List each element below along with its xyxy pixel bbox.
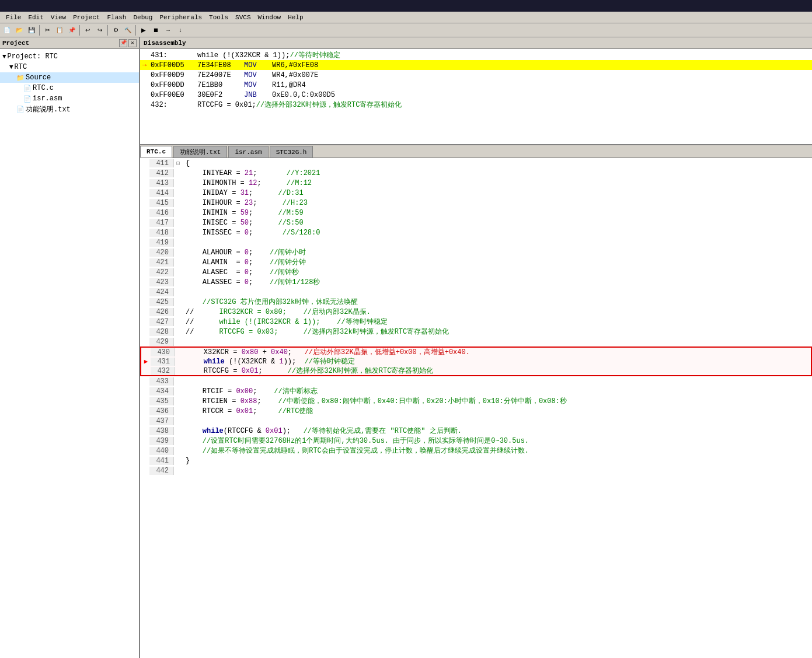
sep4 xyxy=(135,25,136,36)
debug-btn[interactable]: ▶ xyxy=(138,24,149,36)
fold-indicator[interactable]: ⊟ xyxy=(174,160,182,167)
tree-label: 功能说明.txt xyxy=(26,104,71,114)
disasm-line-4: 0xFF00E0 30E0F2 JNB 0xE0.0,C:0x00D5 xyxy=(140,90,812,100)
code-line-15: 426// IRC32KCR = 0x80; //启动内部32K晶振. xyxy=(140,307,812,317)
code-content: INIMONTH = 12; //M:12 xyxy=(182,179,812,187)
tree-label: Source xyxy=(26,74,51,82)
code-content: INIYEAR = 21; //Y:2021 xyxy=(182,169,812,177)
line-number: 437 xyxy=(149,417,174,425)
code-line-29: 440 //如果不等待设置完成就睡眠，则RTC会由于设置没完成，停止计数，唤醒后… xyxy=(140,446,812,456)
code-content: while (!(X32KCR & 1)); //等待时钟稳定 xyxy=(183,356,811,366)
code-content: } xyxy=(182,457,812,465)
panel-close-btn[interactable]: ✕ xyxy=(128,39,137,47)
main-layout: Project 📌 ✕ ▼ Project: RTC▼ RTC📁 Source📄… xyxy=(0,37,812,658)
tree-item-3[interactable]: 📄 RTC.c xyxy=(0,83,139,93)
line-number: 440 xyxy=(149,447,174,455)
code-line-6: 417 INISEC = 50; //S:50 xyxy=(140,218,812,228)
project-tree: ▼ Project: RTC▼ RTC📁 Source📄 RTC.c📄 isr.… xyxy=(0,49,139,658)
line-number: 430 xyxy=(151,348,175,356)
line-number: 429 xyxy=(149,338,174,346)
tree-item-5[interactable]: 📄 功能说明.txt xyxy=(0,104,139,114)
open-btn[interactable]: 📂 xyxy=(13,24,25,36)
code-line-27: 438 while(RTCCFG & 0x01); //等待初始化完成,需要在 … xyxy=(140,426,812,436)
disasm-line-0: 431: while (!(X32KCR & 1)); //等待时钟稳定 xyxy=(140,50,812,60)
folder-icon: 📁 xyxy=(16,74,25,82)
code-content: //设置RTC时间需要32768Hz的1个周期时间,大约30.5us. 由于同步… xyxy=(182,436,812,446)
code-content: { xyxy=(182,159,812,167)
menu-item-svcs[interactable]: SVCS xyxy=(232,13,254,22)
line-number: 412 xyxy=(149,169,174,177)
tab-bar: RTC.c功能说明.txtisr.asmSTC32G.h xyxy=(140,145,812,158)
line-number: 416 xyxy=(149,209,174,217)
code-content: RTCIEN = 0x88; //中断使能，0x80:闹钟中断，0x40:日中断… xyxy=(182,396,812,406)
tree-item-1[interactable]: ▼ RTC xyxy=(0,62,139,72)
code-line-30: 441} xyxy=(140,456,812,466)
editor-area: RTC.c功能说明.txtisr.asmSTC32G.h 411⊟{412 IN… xyxy=(140,145,812,658)
line-number: 438 xyxy=(149,427,174,435)
menu-item-debug[interactable]: Debug xyxy=(130,13,156,22)
code-content: while(RTCCFG & 0x01); //等待初始化完成,需要在 "RTC… xyxy=(182,426,812,436)
line-number: 411 xyxy=(149,159,174,167)
tab-RTC-c[interactable]: RTC.c xyxy=(140,146,172,158)
stop-btn[interactable]: ⏹ xyxy=(150,24,162,36)
tab-isr-asm[interactable]: isr.asm xyxy=(228,146,268,158)
code-content: // RTCCFG = 0x03; //选择内部32k时钟源，触发RTC寄存器初… xyxy=(182,327,812,337)
code-line-17: 428// RTCCFG = 0x03; //选择内部32k时钟源，触发RTC寄… xyxy=(140,327,812,337)
cut-btn[interactable]: ✂ xyxy=(41,24,53,36)
tree-label: isr.asm xyxy=(33,94,62,103)
disasm-line-5: 432: RTCCFG = 0x01; //选择外部32K时钟源，触发RTC寄存… xyxy=(140,100,812,110)
tab------txt[interactable]: 功能说明.txt xyxy=(173,146,227,158)
tree-item-2[interactable]: 📁 Source xyxy=(0,72,139,83)
editor-content[interactable]: 411⊟{412 INIYEAR = 21; //Y:2021413 INIMO… xyxy=(140,158,812,658)
code-content: RTCIF = 0x00; //清中断标志 xyxy=(182,386,812,396)
code-line-10: 421 ALAMIN = 0; //闹钟分钟 xyxy=(140,257,812,267)
menu-item-project[interactable]: Project xyxy=(69,13,103,22)
line-number: 435 xyxy=(149,397,174,405)
panel-pin-btn[interactable]: 📌 xyxy=(119,39,127,47)
code-content: INIMIN = 59; //M:59 xyxy=(182,209,812,217)
menu-item-help[interactable]: Help xyxy=(284,13,306,22)
code-line-13: 424 xyxy=(140,287,812,297)
line-number: 419 xyxy=(149,239,174,247)
code-line-8: 419 xyxy=(140,237,812,247)
step-into-btn[interactable]: ↓ xyxy=(175,24,186,36)
menu-item-view[interactable]: View xyxy=(47,13,69,22)
tree-label: Project: RTC xyxy=(8,52,58,61)
code-line-22: 433 xyxy=(140,376,812,386)
line-number: 422 xyxy=(149,268,174,276)
menu-item-tools[interactable]: Tools xyxy=(205,13,232,22)
rebuild-btn[interactable]: 🔨 xyxy=(122,24,134,36)
code-line-4: 415 INIHOUR = 23; //H:23 xyxy=(140,198,812,208)
menu-item-file[interactable]: File xyxy=(2,13,25,22)
redo-btn[interactable]: ↪ xyxy=(94,24,106,36)
code-line-20: ▶431 while (!(X32KCR & 1)); //等待时钟稳定 xyxy=(140,356,812,366)
group-icon: ▼ xyxy=(9,64,13,71)
menu-item-peripherals[interactable]: Peripherals xyxy=(156,13,205,22)
disassembly-content[interactable]: 431: while (!(X32KCR & 1)); //等待时钟稳定→0xF… xyxy=(140,49,812,145)
toolbar-1: 📄 📂 💾 ✂ 📋 📌 ↩ ↪ ⚙ 🔨 ▶ ⏹ → ↓ xyxy=(0,23,812,37)
tree-item-0[interactable]: ▼ Project: RTC xyxy=(0,51,139,62)
paste-btn[interactable]: 📌 xyxy=(66,24,78,36)
new-btn[interactable]: 📄 xyxy=(1,24,13,36)
project-panel: Project 📌 ✕ ▼ Project: RTC▼ RTC📁 Source📄… xyxy=(0,37,140,658)
menu-item-flash[interactable]: Flash xyxy=(103,13,130,22)
undo-btn[interactable]: ↩ xyxy=(82,24,93,36)
menu-item-window[interactable]: Window xyxy=(255,13,285,22)
code-line-9: 420 ALAHOUR = 0; //闹钟小时 xyxy=(140,247,812,257)
project-panel-header: Project 📌 ✕ xyxy=(0,37,139,49)
copy-btn[interactable]: 📋 xyxy=(54,24,65,36)
line-number: 418 xyxy=(149,229,174,237)
build-btn[interactable]: ⚙ xyxy=(110,24,121,36)
menu-item-edit[interactable]: Edit xyxy=(25,13,47,22)
tree-item-4[interactable]: 📄 isr.asm xyxy=(0,93,139,104)
line-number: 431 xyxy=(151,358,175,366)
tab-STC32G-h[interactable]: STC32G.h xyxy=(270,146,313,158)
step-over-btn[interactable]: → xyxy=(162,24,174,36)
code-content: X32KCR = 0x80 + 0x40; //启动外部32K晶振，低增益+0x… xyxy=(183,347,811,357)
code-line-26: 437 xyxy=(140,416,812,426)
line-number: 432 xyxy=(151,367,175,375)
code-line-23: 434 RTCIF = 0x00; //清中断标志 xyxy=(140,386,812,396)
code-content: INIHOUR = 23; //H:23 xyxy=(182,199,812,207)
save-btn[interactable]: 💾 xyxy=(26,24,37,36)
disasm-arrow: → xyxy=(142,61,151,69)
